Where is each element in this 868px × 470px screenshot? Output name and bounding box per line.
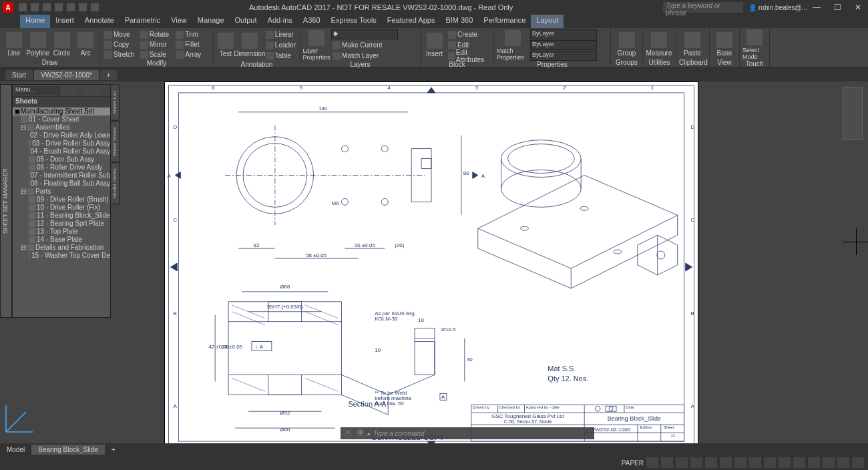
status-btn[interactable] [852, 457, 864, 468]
tab-insert[interactable]: Insert [50, 15, 79, 28]
tab-a360[interactable]: A360 [298, 15, 326, 28]
scale-button[interactable]: Scale [139, 49, 175, 59]
tab-annotate[interactable]: Annotate [79, 15, 120, 28]
dimension-button[interactable]: Dimension [236, 29, 263, 61]
fillet-button[interactable]: Fillet [174, 39, 210, 49]
ss-item[interactable]: 05 - Door Sub Assy [13, 156, 110, 164]
ss-item[interactable]: ⊟Parts [13, 188, 110, 196]
ss-tab-sheet-views[interactable]: Sheet Views [110, 121, 120, 162]
color-combo[interactable]: ByLayer [530, 29, 597, 39]
stretch-button[interactable]: Stretch [103, 49, 139, 59]
status-btn[interactable] [749, 457, 761, 468]
status-btn[interactable] [676, 457, 688, 468]
match-layer-button[interactable]: Match Layer [331, 51, 398, 61]
create-button[interactable]: Create [447, 29, 491, 39]
status-btn[interactable] [734, 457, 746, 468]
qat-btn[interactable] [91, 3, 99, 11]
status-btn[interactable] [720, 457, 732, 468]
status-btn[interactable] [661, 457, 673, 468]
status-btn[interactable] [705, 457, 717, 468]
array-button[interactable]: Array [174, 49, 210, 59]
ss-item[interactable]: 06 - Roller Drive Assly [13, 164, 110, 172]
maximize-button[interactable]: ☐ [834, 3, 841, 12]
polyline-button[interactable]: Polyline [27, 29, 49, 59]
lineweight-combo[interactable]: ByLayer [530, 40, 597, 50]
ss-item[interactable]: 15 - Washer Top Cover De [13, 252, 110, 260]
status-btn[interactable] [808, 457, 820, 468]
signin-label[interactable]: 👤 robin.beales@... [748, 4, 807, 11]
base-button[interactable]: Base [712, 29, 736, 59]
layer-combo[interactable]: ◆ [331, 29, 398, 39]
move-button[interactable]: Move [103, 29, 139, 39]
tab-add-ins[interactable]: Add-ins [262, 15, 298, 28]
paste-button[interactable]: Paste [679, 29, 706, 59]
command-line[interactable]: × ⚙ ▸Type a command [341, 427, 594, 439]
circle-button[interactable]: Circle [51, 29, 73, 59]
tab-start[interactable]: Start [5, 70, 33, 80]
cmdline-close-icon[interactable]: × [343, 429, 353, 438]
ss-item[interactable]: 02 - Drive Roller Asly Lowe [13, 132, 110, 140]
make-current-button[interactable]: Make Current [331, 40, 398, 50]
insert-button[interactable]: Insert [423, 29, 445, 61]
drawing-area[interactable]: 665544332211 DDCCBBAA 140 82 58 ±0.05 30… [164, 81, 698, 453]
layout-tab-new[interactable]: + [105, 445, 122, 455]
ss-item[interactable]: 07 - Intermittent Roller Sub [13, 172, 110, 180]
tab-performance[interactable]: Performance [478, 15, 531, 28]
status-btn[interactable] [646, 457, 658, 468]
status-btn[interactable] [823, 457, 835, 468]
qat-btn[interactable] [31, 3, 39, 11]
minimize-button[interactable]: — [813, 3, 821, 12]
mirror-button[interactable]: Mirror [139, 39, 175, 49]
status-btn[interactable] [764, 457, 776, 468]
ss-tab-model-views[interactable]: Model Views [110, 162, 120, 204]
tab-output[interactable]: Output [230, 15, 262, 28]
ss-item[interactable]: 13 - Top Plate [13, 228, 110, 236]
match-properties-button[interactable]: Match Properties [497, 29, 529, 61]
ss-btn[interactable] [99, 86, 109, 95]
qat-btn[interactable] [79, 3, 87, 11]
linear-button[interactable]: Linear [264, 29, 297, 39]
tab-parametric[interactable]: Parametric [120, 15, 166, 28]
ss-tab-sheet-list[interactable]: Sheet List [110, 85, 120, 121]
rotate-button[interactable]: Rotate [139, 29, 175, 39]
qat-btn[interactable] [43, 3, 51, 11]
qat-btn[interactable] [67, 3, 75, 11]
edit-attributes-button[interactable]: Edit Attributes [447, 51, 491, 61]
select-mode-button[interactable]: Select Mode [742, 29, 767, 60]
leader-button[interactable]: Leader [264, 40, 297, 50]
ss-btn[interactable] [63, 86, 73, 95]
ss-root[interactable]: ▣Manufacturing Sheet Set [13, 107, 110, 115]
arc-button[interactable]: Arc [74, 29, 97, 59]
tab-manage[interactable]: Manage [192, 15, 230, 28]
ss-item[interactable]: 11 - Bearing Block_Slide [13, 212, 110, 220]
tab-layout[interactable]: Layout [531, 15, 564, 28]
line-button[interactable]: Line [3, 29, 25, 59]
tab-featured-apps[interactable]: Featured Apps [382, 15, 441, 28]
table-button[interactable]: Table [264, 51, 297, 61]
trim-button[interactable]: Trim [174, 29, 210, 39]
ss-item[interactable]: ⊟Assemblies [13, 124, 110, 132]
ss-item[interactable]: 10 - Drive Roller (Fix) [13, 204, 110, 212]
tab-file[interactable]: VW252-02-1000* [34, 70, 99, 80]
ss-btn[interactable] [75, 86, 85, 95]
measure-button[interactable]: Measure [646, 29, 672, 59]
copy-button[interactable]: Copy [103, 39, 139, 49]
ss-item[interactable]: 01 - Cover Sheet [13, 115, 110, 124]
search-input[interactable]: Type a keyword or phrase [663, 2, 743, 13]
tab-new[interactable]: + [100, 70, 118, 80]
tab-express-tools[interactable]: Express Tools [326, 15, 382, 28]
linetype-combo[interactable]: ByLayer [530, 51, 597, 61]
view-cube[interactable] [843, 87, 863, 140]
status-btn[interactable] [779, 457, 791, 468]
ss-item[interactable]: 08 - Floating Ball Sub Assy [13, 180, 110, 188]
layer-properties-button[interactable]: Layer Properties [303, 29, 330, 61]
tab-home[interactable]: Home [20, 15, 50, 28]
close-button[interactable]: ✕ [855, 3, 861, 12]
ss-item[interactable]: 04 - Brush Roller Sub Assy [13, 148, 110, 156]
sheet-set-manager-label[interactable]: SHEET SET MANAGER [0, 84, 12, 318]
status-btn[interactable] [690, 457, 702, 468]
layout-tab-active[interactable]: Bearing Block_Slide [31, 445, 105, 455]
tab-bim-360[interactable]: BIM 360 [440, 15, 478, 28]
ss-item[interactable]: ⊟Details and Fabrication [13, 244, 110, 252]
ss-item[interactable]: 09 - Drive Roller (Brush) [13, 196, 110, 204]
